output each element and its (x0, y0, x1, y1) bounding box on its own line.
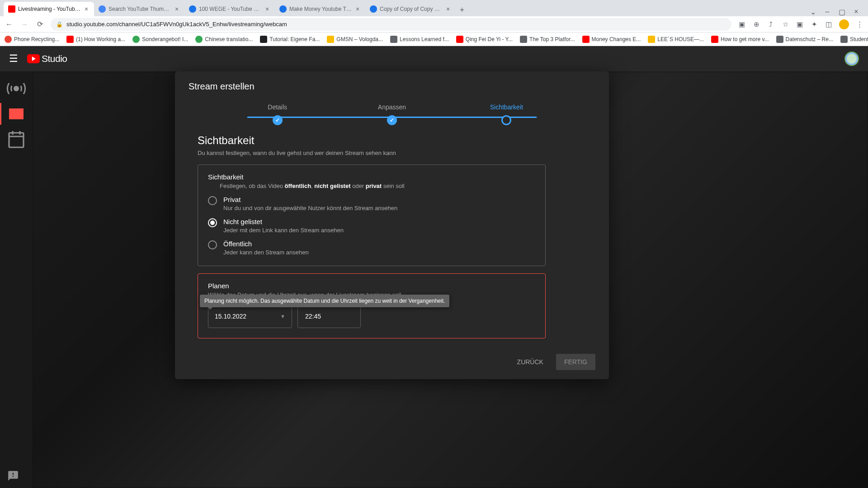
step-label: Details (268, 103, 287, 111)
favicon (327, 36, 334, 43)
zoom-icon[interactable]: ⊕ (752, 20, 760, 28)
sidebar-item-manage[interactable] (5, 128, 27, 150)
card-title: Sichtbarkeit (208, 173, 535, 181)
bookmark-label: Lessons Learned f... (400, 36, 449, 42)
favicon (132, 36, 140, 43)
browser-tab[interactable]: Make Money Youtube Thumbn × (275, 2, 365, 16)
close-icon[interactable]: × (445, 6, 451, 12)
sidebar-item-stream[interactable] (5, 78, 27, 99)
browser-tab[interactable]: 100 WEGE - YouTube Thumbn × (184, 2, 275, 16)
bookmark-item[interactable]: Datenschutz – Re... (776, 36, 833, 43)
radio-option-private[interactable]: Privat Nur du und von dir ausgewählte Nu… (208, 196, 535, 211)
bookmark-item[interactable]: Student Wants an... (840, 36, 868, 43)
browser-tab[interactable]: Search YouTube Thumbnail - C × (94, 2, 184, 16)
youtube-icon (8, 5, 15, 13)
favicon (582, 36, 590, 43)
extensions-icon[interactable]: ✦ (810, 20, 818, 28)
create-stream-modal: Stream erstellen Details Anpassen Sichtb… (175, 71, 609, 379)
main-area: Stream erstellen Details Anpassen Sichtb… (33, 46, 868, 488)
bookmark-item[interactable]: LEE´S HOUSE—... (648, 36, 704, 43)
tab-title: Copy of Copy of Copy of Cop (380, 6, 442, 12)
share-icon[interactable]: ⤴ (767, 20, 775, 28)
favicon (66, 36, 74, 43)
forward-icon[interactable]: → (20, 20, 29, 29)
radio-label: Öffentlich (223, 240, 309, 248)
profile-avatar[interactable] (839, 19, 849, 29)
bookmark-item[interactable]: (1) How Working a... (66, 36, 125, 43)
time-input[interactable]: 22:45 (297, 305, 361, 328)
tab-strip: Livestreaming - YouTube S × Search YouTu… (0, 0, 868, 16)
bookmark-label: LEE´S HOUSE—... (657, 36, 704, 42)
bookmark-item[interactable]: Lessons Learned f... (390, 36, 449, 43)
date-select[interactable]: 15.10.2022 ▼ (208, 305, 292, 328)
browser-tab[interactable]: Livestreaming - YouTube S × (4, 2, 94, 16)
logo-text: Studio (42, 53, 67, 64)
close-icon[interactable]: × (354, 6, 361, 12)
browser-tab[interactable]: Copy of Copy of Copy of Cop × (365, 2, 456, 16)
user-avatar[interactable] (844, 52, 859, 66)
bookmark-label: Chinese translatio... (205, 36, 253, 42)
bookmark-item[interactable]: How to get more v... (711, 36, 769, 43)
bookmark-label: GMSN – Vologda... (336, 36, 383, 42)
step-visibility[interactable]: Sichtbarkeit (449, 103, 564, 125)
minimize-icon[interactable]: – (823, 7, 832, 16)
studio-logo[interactable]: Studio (27, 53, 67, 64)
bookmark-item[interactable]: GMSN – Vologda... (327, 36, 383, 43)
star-icon[interactable]: ☆ (781, 20, 789, 28)
sidepanel-icon[interactable]: ◫ (825, 20, 833, 28)
step-customize[interactable]: Anpassen (335, 103, 449, 125)
menu-icon[interactable]: ☰ (9, 53, 18, 65)
bookmark-label: How to get more v... (721, 36, 769, 42)
radio-description: Jeder kann den Stream ansehen (223, 249, 309, 256)
step-dot-icon (501, 115, 511, 125)
favicon (260, 36, 267, 43)
reload-icon[interactable]: ⟳ (35, 20, 44, 29)
card-subtitle: Festlegen, ob das Video öffentlich, nich… (220, 183, 535, 189)
new-tab-button[interactable]: + (456, 4, 468, 16)
bookmark-label: The Top 3 Platfor... (529, 36, 575, 42)
app-root: ☰ Studio Stream erstellen Details (0, 46, 868, 488)
bookmark-item[interactable]: Sonderangebot! I... (132, 36, 188, 43)
bookmark-item[interactable]: Chinese translatio... (195, 36, 253, 43)
modal-title: Stream erstellen (175, 71, 609, 102)
bookmarks-bar: Phone Recycling... (1) How Working a... … (0, 33, 868, 46)
back-button[interactable]: Zurück (509, 354, 552, 370)
radio-description: Nur du und von dir ausgewählte Nutzer kö… (223, 205, 397, 211)
bookmark-item[interactable]: Money Changes E... (582, 36, 641, 43)
radio-option-public[interactable]: Öffentlich Jeder kann den Stream ansehen (208, 240, 535, 256)
sidebar (0, 46, 33, 488)
favicon (648, 36, 655, 43)
radio-label: Privat (223, 196, 397, 203)
sidebar-item-webcam[interactable] (5, 103, 27, 125)
close-icon[interactable]: × (174, 6, 180, 12)
maximize-icon[interactable]: ▢ (837, 7, 846, 16)
bookmark-label: Qing Fei De Yi - Y... (466, 36, 513, 42)
bookmark-item[interactable]: The Top 3 Platfor... (520, 36, 575, 43)
address-bar: ← → ⟳ 🔒 studio.youtube.com/channel/UC1a5… (0, 16, 868, 33)
step-details[interactable]: Details (220, 103, 335, 125)
bookmark-item[interactable]: Phone Recycling... (5, 36, 59, 43)
menu-icon[interactable]: ⋮ (855, 20, 863, 28)
bookmark-label: Money Changes E... (592, 36, 641, 42)
close-window-icon[interactable]: × (852, 7, 861, 16)
close-icon[interactable]: × (83, 6, 90, 12)
close-icon[interactable]: × (264, 6, 270, 12)
url-input[interactable]: 🔒 studio.youtube.com/channel/UC1a5FWVn0g… (51, 18, 731, 31)
favicon (195, 36, 203, 43)
favicon (5, 36, 12, 43)
bookmark-item[interactable]: Tutorial: Eigene Fa... (260, 36, 320, 43)
svg-rect-1 (9, 133, 24, 147)
svg-point-0 (14, 86, 19, 91)
bookmark-item[interactable]: Qing Fei De Yi - Y... (456, 36, 513, 43)
radio-option-unlisted[interactable]: Nicht gelistet Jeder mit dem Link kann d… (208, 218, 535, 234)
back-icon[interactable]: ← (5, 20, 14, 29)
done-button[interactable]: Fertig (556, 354, 595, 370)
window-icon[interactable]: ▣ (796, 20, 804, 28)
url-text: studio.youtube.com/channel/UC1a5FWVn0gUk… (66, 21, 287, 28)
chevron-down-icon[interactable]: ⌄ (808, 7, 817, 16)
camera-icon[interactable]: ▣ (738, 20, 746, 28)
youtube-play-icon (27, 54, 40, 63)
chevron-down-icon: ▼ (280, 314, 285, 319)
favicon (840, 36, 848, 43)
feedback-icon[interactable] (7, 470, 19, 482)
